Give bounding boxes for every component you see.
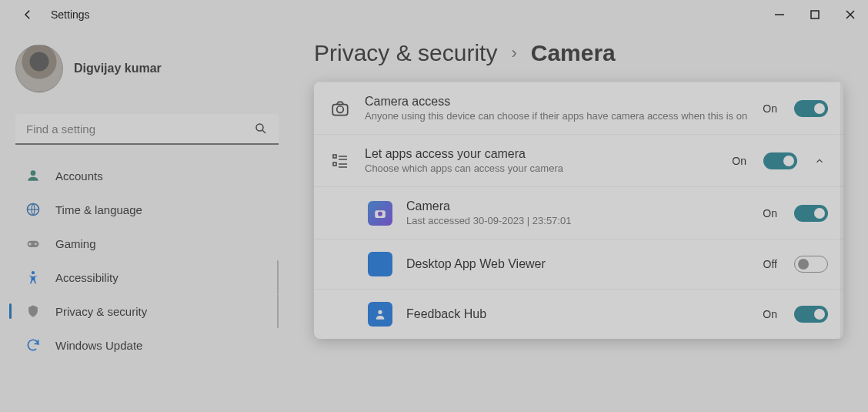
breadcrumb-current: Camera [531,40,616,66]
nav-accounts[interactable]: Accounts [15,159,279,193]
app-row-feedback-hub: Feedback Hub On [314,289,843,339]
row-desc: Choose which apps can access your camera [365,162,718,174]
row-title: Camera access [365,95,749,109]
toggle-state-label: On [763,207,777,219]
row-camera-access: Camera access Anyone using this device c… [314,82,843,134]
camera-app-icon [368,201,392,226]
close-button[interactable] [833,0,868,29]
accessibility-icon [25,269,42,286]
svg-point-2 [256,124,263,131]
toggle-state-label: On [763,308,777,320]
camera-app-toggle[interactable] [794,205,828,222]
app-name: Desktop App Web Viewer [406,257,749,271]
search-icon [254,122,268,139]
camera-access-toggle[interactable] [794,100,828,117]
user-profile[interactable]: Digvijay kumar [15,45,279,92]
svg-point-7 [35,243,37,246]
user-name: Digvijay kumar [74,62,162,75]
svg-rect-1 [811,11,819,18]
breadcrumb-parent[interactable]: Privacy & security [314,40,497,66]
shield-icon [25,303,42,320]
globe-clock-icon [25,201,42,218]
nav-item-label: Time & language [55,203,142,216]
feedback-hub-toggle[interactable] [794,306,828,323]
avatar [15,45,63,92]
svg-point-4 [31,170,36,176]
list-icon [329,152,351,170]
svg-point-18 [378,211,382,216]
search-input[interactable] [15,114,279,145]
nav-windows-update[interactable]: Windows Update [15,328,279,362]
row-let-apps-access[interactable]: Let apps access your camera Choose which… [314,134,843,186]
nav-item-label: Privacy & security [55,305,147,318]
row-title: Let apps access your camera [365,147,718,161]
accounts-icon [25,167,42,184]
desktop-web-viewer-icon [368,252,392,276]
nav-item-label: Accounts [55,169,103,183]
back-button[interactable] [18,5,37,24]
minimize-button[interactable] [762,0,797,29]
toggle-state-label: On [763,102,777,115]
svg-point-8 [32,271,35,274]
nav-accessibility[interactable]: Accessibility [15,260,279,294]
nav-item-label: Windows Update [55,339,142,352]
app-meta: Last accessed 30-09-2023 | 23:57:01 [406,215,749,226]
update-icon [25,337,42,353]
row-desc: Anyone using this device can choose if t… [365,110,749,122]
nav-item-label: Gaming [55,237,96,250]
feedback-hub-icon [368,302,392,327]
settings-panel: Camera access Anyone using this device c… [314,82,843,339]
chevron-up-icon[interactable] [811,156,828,166]
camera-icon [329,99,351,119]
desktop-web-viewer-toggle[interactable] [794,256,828,273]
nav-item-label: Accessibility [55,271,119,284]
nav-time-language[interactable]: Time & language [15,193,279,226]
toggle-state-label: Off [763,258,777,270]
svg-point-10 [337,106,344,112]
chevron-right-icon: › [511,43,516,63]
app-name: Feedback Hub [406,307,749,321]
toggle-state-label: On [732,155,746,167]
maximize-button[interactable] [797,0,833,29]
window-title: Settings [51,8,90,21]
svg-rect-12 [333,162,336,166]
app-row-camera: Camera Last accessed 30-09-2023 | 23:57:… [314,186,843,239]
svg-point-19 [378,310,382,314]
scrollbar[interactable] [840,82,843,339]
let-apps-toggle[interactable] [763,152,797,169]
nav-privacy-security[interactable]: Privacy & security [15,294,279,328]
svg-rect-11 [333,155,336,158]
nav-gaming[interactable]: Gaming [15,226,279,260]
gamepad-icon [25,235,42,252]
svg-line-3 [262,130,265,133]
breadcrumb: Privacy & security › Camera [314,40,843,66]
app-row-desktop-web-viewer: Desktop App Web Viewer Off [314,239,843,289]
search-box[interactable] [15,114,279,145]
app-name: Camera [406,199,749,213]
